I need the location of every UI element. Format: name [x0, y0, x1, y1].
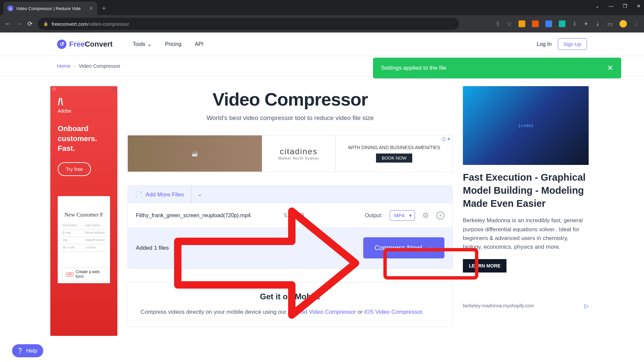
- file-plus-icon: 📄: [135, 191, 142, 198]
- tab-strip: ◎ Video Compressor | Reduce Vide ✕ +: [0, 0, 644, 15]
- inline-ad[interactable]: ☕ citadines Walker North Sydney WITH DIN…: [127, 135, 453, 172]
- page-title: Video Compressor: [127, 89, 453, 110]
- browser-toolbar: ← → ⟳ 🔒 freeconvert.com/video-compressor…: [0, 15, 644, 33]
- ad-privacy-icon: ⛉: [52, 87, 56, 92]
- url-host: freeconvert.com: [52, 21, 88, 27]
- tab-search-icon[interactable]: ⌄: [595, 3, 599, 9]
- lock-icon: 🔒: [43, 21, 48, 26]
- file-name: Filthy_frank_green_screen_reupload(720p)…: [136, 213, 277, 219]
- help-widget[interactable]: ❔ Help: [12, 344, 43, 357]
- add-more-files-button[interactable]: 📄 Add More Files: [128, 186, 191, 203]
- mobile-section: Get it on Mobile Compress videos directl…: [127, 282, 453, 327]
- logo-text-free: Free: [69, 40, 85, 48]
- ad-badge-text: Create a web form: [75, 269, 106, 279]
- right-ad-title: Fast Execution - Graphical Model Buildin…: [463, 171, 589, 210]
- right-ad-cta-button[interactable]: LEARN MORE: [463, 259, 506, 273]
- reading-list-icon[interactable]: ▭: [607, 20, 613, 27]
- downloads-icon[interactable]: ⭳: [595, 20, 601, 27]
- bookmark-star-icon[interactable]: ☆: [507, 20, 512, 27]
- ad-headline: WITH DINING AND BUSINESS AMENITIES: [348, 145, 440, 150]
- mock-field: State/Province: [84, 237, 107, 244]
- compress-now-button[interactable]: Compress Now! →: [363, 237, 444, 258]
- mock-field: Last Name: [84, 222, 107, 229]
- mobile-title: Get it on Mobile: [141, 292, 440, 301]
- right-ad-url-text[interactable]: berkeley-madonna.myshopify.com: [463, 303, 534, 308]
- kebab-menu-icon[interactable]: ⋮: [634, 20, 639, 27]
- mock-field: Zip Code: [61, 244, 84, 251]
- toast-notification: Settings applied to the file ✕: [373, 58, 621, 78]
- url-path: /video-compressor: [88, 21, 129, 27]
- breadcrumb-home[interactable]: Home: [57, 63, 70, 69]
- file-row: Filthy_frank_green_screen_reupload(720p)…: [128, 203, 452, 227]
- mobile-text-a: Compress videos directly on your mobile …: [141, 309, 287, 315]
- ad-brand-block: citadines Walker North Sydney: [262, 135, 336, 172]
- output-format-select[interactable]: MP4: [390, 210, 415, 221]
- add-more-dropdown[interactable]: ⌄: [191, 186, 208, 203]
- mock-field: City: [61, 237, 84, 244]
- android-link[interactable]: Android Video Compressor: [287, 309, 356, 315]
- maximize-icon[interactable]: ❐: [623, 3, 627, 9]
- arrow-right-icon: →: [426, 244, 433, 252]
- reload-icon[interactable]: ⟳: [28, 20, 33, 27]
- signup-button[interactable]: Sign Up: [558, 38, 587, 50]
- extension-icon[interactable]: [559, 20, 566, 27]
- site-logo[interactable]: ↺ FreeConvert: [57, 40, 113, 49]
- page-subtitle: World's best video compressor tool to re…: [127, 114, 453, 122]
- window-controls: ⌄ — ❐ ✕: [595, 3, 641, 9]
- added-count-text: Added 1 files: [136, 245, 169, 251]
- ad-headline: Onboard customers. Fast.: [58, 124, 110, 154]
- mock-field: E-mail: [61, 230, 84, 237]
- close-window-icon[interactable]: ✕: [637, 3, 641, 9]
- ad-info-icon[interactable]: ⓘ: [442, 137, 446, 142]
- site-header: ↺ FreeConvert Tools ⌄ Pricing API Log In…: [0, 33, 644, 56]
- nav-pricing[interactable]: Pricing: [165, 41, 181, 47]
- chevron-down-icon: ⌄: [198, 191, 202, 197]
- sidebar-ad[interactable]: ⛉ ▷ /\ Adobe Onboard customers. Fast. Tr…: [50, 86, 117, 336]
- adobe-logo-icon: /\: [58, 96, 110, 108]
- profile-avatar-icon[interactable]: [620, 20, 627, 27]
- ad-cta-button[interactable]: BOOK NOW: [376, 154, 413, 163]
- adchoices-icon[interactable]: ▷: [113, 87, 116, 92]
- address-bar[interactable]: 🔒 freeconvert.com/video-compressor: [38, 18, 459, 30]
- add-more-bar: 📄 Add More Files ⌄: [128, 186, 452, 203]
- tab-close-icon[interactable]: ✕: [89, 6, 93, 11]
- extension-icon[interactable]: [545, 20, 552, 27]
- right-ad-column: {code} Fast Execution - Graphical Model …: [463, 86, 589, 336]
- ios-link[interactable]: iOS Video Compressor: [364, 309, 422, 315]
- metamask-icon[interactable]: [532, 20, 539, 27]
- remove-file-icon[interactable]: ✕: [436, 212, 444, 220]
- ad-close-icon[interactable]: ✕: [447, 137, 450, 142]
- adchoices-icon[interactable]: ▷: [585, 303, 589, 309]
- download-arrow-icon[interactable]: ⬇: [572, 20, 577, 27]
- new-tab-button[interactable]: +: [102, 5, 106, 12]
- right-ad-url: berkeley-madonna.myshopify.com ▷: [463, 303, 589, 309]
- add-more-label: Add More Files: [146, 191, 184, 198]
- ad-cta-button[interactable]: Try free: [58, 162, 91, 176]
- extension-icon[interactable]: [519, 20, 525, 27]
- code-icon: </>: [66, 272, 73, 277]
- ad-mock-form: New Customer F First NameLast Name E-mai…: [58, 196, 110, 283]
- ad-brand: Adobe: [58, 108, 110, 114]
- output-label: Output:: [365, 213, 382, 219]
- ad-image: ☕: [128, 135, 262, 172]
- help-label: Help: [26, 348, 37, 354]
- login-link[interactable]: Log In: [537, 41, 551, 47]
- minimize-icon[interactable]: —: [609, 3, 613, 9]
- toast-close-icon[interactable]: ✕: [607, 64, 613, 72]
- logo-mark-icon: ↺: [57, 40, 66, 49]
- right-ad-image[interactable]: {code}: [463, 86, 589, 165]
- ad-brand-name: citadines: [280, 147, 318, 156]
- mobile-text: Compress videos directly on your mobile …: [141, 307, 440, 317]
- toolbar-icons: ⇪ ☆ ⬇ ✦ ⭳ ▭ ⋮: [495, 20, 639, 27]
- nav-api[interactable]: API: [195, 41, 204, 47]
- file-panel: 📄 Add More Files ⌄ Filthy_frank_green_sc…: [127, 185, 453, 269]
- forward-icon[interactable]: →: [16, 20, 22, 27]
- chevron-right-icon: ›: [74, 63, 75, 69]
- back-icon[interactable]: ←: [5, 20, 11, 27]
- mock-field: Street Address: [84, 230, 107, 237]
- nav-tools[interactable]: Tools ⌄: [133, 41, 152, 47]
- extensions-puzzle-icon[interactable]: ✦: [584, 20, 588, 27]
- browser-tab[interactable]: ◎ Video Compressor | Reduce Vide ✕: [3, 2, 97, 15]
- settings-gear-icon[interactable]: ⚙: [422, 211, 429, 220]
- share-icon[interactable]: ⇪: [495, 20, 500, 27]
